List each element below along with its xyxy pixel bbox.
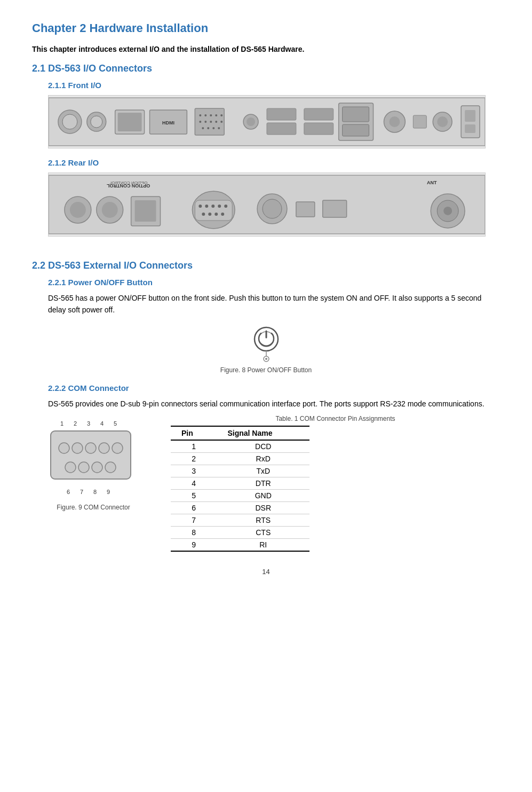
svg-point-52 [198,205,202,208]
svg-point-89 [105,462,116,473]
svg-point-55 [218,205,221,208]
svg-rect-31 [343,107,369,122]
svg-point-81 [59,443,69,453]
table-header-signal: Signal Name [217,426,309,440]
svg-text:8: 8 [93,489,97,495]
svg-point-86 [65,462,76,473]
table-cell-pin: 9 [171,539,217,552]
table-cell-signal: CTS [217,527,309,539]
svg-point-59 [215,213,218,216]
table-row: 8CTS [171,527,309,539]
table-cell-signal: DSR [217,502,309,514]
svg-text:5: 5 [114,420,117,427]
svg-point-2 [62,114,77,129]
table-header-pin: Pin [171,426,217,440]
svg-rect-32 [343,124,369,136]
subsection-222-title: 2.2.2 COM Connector [48,383,500,393]
table-row: 7RTS [171,514,309,527]
svg-point-54 [211,205,215,208]
svg-rect-40 [465,124,475,133]
subsection-211-title: 2.1.1 Front I/O [48,81,500,90]
table-cell-signal: DTR [217,477,309,490]
svg-point-87 [78,462,89,473]
svg-rect-35 [413,115,426,128]
svg-text:9: 9 [107,489,110,495]
svg-point-57 [202,213,205,216]
svg-point-47 [102,202,118,218]
svg-text:OPTION CONTROL: OPTION CONTROL [109,181,147,185]
svg-rect-28 [304,108,334,120]
power-button-body: DS-565 has a power ON/OFF button on the … [48,292,500,316]
svg-point-82 [72,443,83,453]
svg-point-15 [199,121,201,123]
power-button-caption: Figure. 8 Power ON/OFF Button [220,366,312,374]
svg-rect-6 [118,113,142,131]
svg-point-37 [437,116,448,127]
com-section-layout: 1 2 3 4 5 6 7 8 9 [32,415,500,552]
chapter-intro: This chapter introduces external I/O and… [32,45,500,53]
svg-point-68 [443,207,452,215]
svg-point-21 [207,127,209,129]
svg-rect-49 [135,200,156,222]
table-row: 9RI [171,539,309,552]
com-connector-left: 1 2 3 4 5 6 7 8 9 [32,415,155,552]
svg-rect-29 [304,123,334,135]
svg-point-11 [204,114,207,116]
page-number: 14 [32,568,500,576]
table-cell-pin: 3 [171,465,217,477]
svg-point-22 [212,127,215,129]
table-cell-signal: RTS [217,514,309,527]
svg-text:HDMI: HDMI [162,120,174,126]
table-row: 2RxD [171,453,309,465]
table-cell-pin: 1 [171,440,217,453]
svg-point-10 [199,114,201,116]
table-cell-pin: 6 [171,502,217,514]
svg-rect-63 [296,202,315,217]
svg-text:6: 6 [67,489,70,495]
table-row: 4DTR [171,477,309,490]
svg-point-74 [265,358,267,360]
svg-point-23 [218,127,220,129]
table-cell-signal: RxD [217,453,309,465]
table-cell-signal: TxD [217,465,309,477]
svg-point-4 [91,116,102,128]
com-table-title: Table. 1 COM Connector Pin Assignments [171,415,500,422]
svg-point-16 [204,121,207,123]
svg-point-62 [263,199,282,218]
table-cell-pin: 5 [171,490,217,502]
svg-text:4: 4 [100,420,104,427]
section-21-title: 2.1 DS-563 I/O Connectors [32,63,500,74]
subsection-221-title: 2.2.1 Power ON/OFF Button [48,278,500,287]
table-row: 5GND [171,490,309,502]
svg-point-34 [389,116,400,127]
svg-point-84 [99,443,109,453]
table-cell-signal: RI [217,539,309,552]
svg-point-20 [202,127,204,129]
svg-rect-27 [267,123,296,135]
svg-point-17 [210,121,212,123]
svg-rect-39 [465,110,475,122]
svg-rect-51 [195,200,232,221]
svg-text:7: 7 [80,489,83,495]
svg-point-85 [112,443,123,453]
svg-rect-26 [267,108,296,120]
table-cell-signal: GND [217,490,309,502]
svg-point-13 [215,114,217,116]
table-cell-signal: DCD [217,440,309,453]
com-connector-icon: 1 2 3 4 5 6 7 8 9 [40,415,147,500]
svg-rect-64 [323,200,347,217]
power-button-figure: Figure. 8 Power ON/OFF Button [32,326,500,374]
com-pin-table-area: Table. 1 COM Connector Pin Assignments P… [171,415,500,552]
table-cell-pin: 2 [171,453,217,465]
svg-text:2: 2 [74,420,77,427]
svg-text:1: 1 [60,420,63,427]
rear-io-image: OPTION CONTROL OPTION CONTROL [48,172,486,237]
com-connector-caption: Figure. 9 COM Connector [57,504,130,511]
svg-rect-80 [51,431,131,479]
svg-text:ANT: ANT [427,180,437,185]
com-pin-table: Pin Signal Name 1DCD2RxD3TxD4DTR5GND6DSR… [171,426,309,552]
svg-point-19 [220,121,223,123]
svg-point-60 [221,213,224,216]
table-row: 6DSR [171,502,309,514]
svg-point-83 [85,443,96,453]
